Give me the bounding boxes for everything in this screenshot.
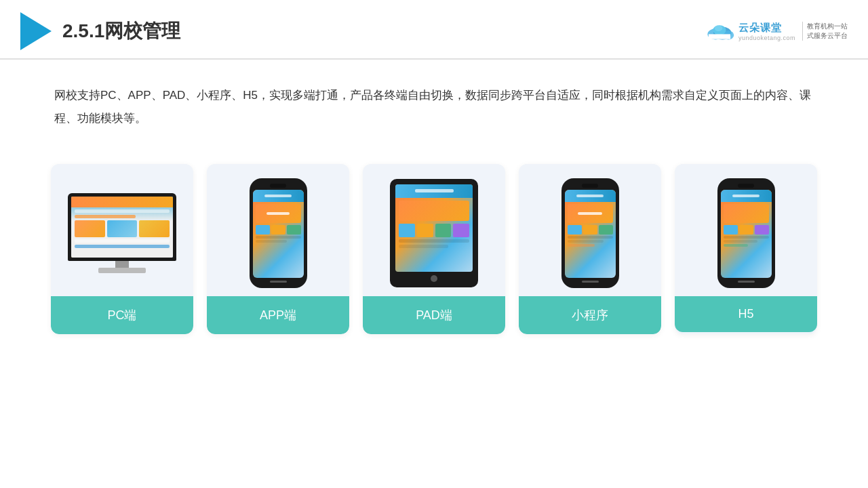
phone-home-bar-h5 bbox=[738, 281, 755, 283]
phone-notch-mini bbox=[582, 184, 598, 188]
svg-rect-4 bbox=[709, 34, 730, 39]
cloud-icon bbox=[705, 21, 734, 41]
header-left: 2.5.1网校管理 bbox=[20, 12, 180, 50]
tablet-mockup bbox=[390, 179, 478, 287]
card-app: APP端 bbox=[207, 164, 349, 334]
cards-container: PC端 bbox=[0, 144, 868, 354]
card-pc-image bbox=[51, 164, 193, 296]
header: 2.5.1网校管理 云朵课堂 yunduoketang.com 教育机构一站 式… bbox=[0, 0, 868, 60]
card-h5: H5 bbox=[675, 164, 817, 334]
tablet-home-btn bbox=[431, 275, 437, 282]
phone-mockup-miniprogram bbox=[561, 178, 619, 288]
tablet-screen bbox=[395, 184, 473, 272]
card-miniprogram-image bbox=[519, 164, 661, 296]
card-miniprogram: 小程序 bbox=[519, 164, 661, 334]
card-pc: PC端 bbox=[51, 164, 193, 334]
header-right: 云朵课堂 yunduoketang.com 教育机构一站 式服务云平台 bbox=[705, 21, 848, 41]
phone-mockup-h5 bbox=[717, 178, 775, 288]
card-pc-label: PC端 bbox=[51, 296, 193, 334]
detail-bar bbox=[75, 245, 170, 248]
description-text: 网校支持PC、APP、PAD、小程序、H5，实现多端打通，产品各终端自由切换，数… bbox=[54, 84, 814, 130]
phone-notch-h5 bbox=[738, 184, 754, 188]
phone-home-bar bbox=[270, 281, 287, 283]
svg-point-5 bbox=[715, 25, 723, 31]
card-pad: PAD端 bbox=[363, 164, 505, 334]
pc-mockup bbox=[68, 193, 176, 273]
brand-url: yunduoketang.com bbox=[738, 35, 795, 41]
phone-screen-mini bbox=[565, 190, 616, 278]
brand-slogan: 教育机构一站 式服务云平台 bbox=[802, 22, 848, 41]
phone-home-bar-mini bbox=[582, 281, 599, 283]
card-h5-image bbox=[675, 164, 817, 296]
card-miniprogram-label: 小程序 bbox=[519, 296, 661, 334]
description: 网校支持PC、APP、PAD、小程序、H5，实现多端打通，产品各终端自由切换，数… bbox=[0, 60, 868, 137]
phone-mockup-app bbox=[250, 178, 307, 288]
brand-name: 云朵课堂 bbox=[738, 22, 795, 35]
card-app-image bbox=[207, 164, 349, 296]
brand-text: 云朵课堂 yunduoketang.com bbox=[738, 22, 795, 41]
phone-screen-app bbox=[253, 190, 304, 278]
page-title: 2.5.1网校管理 bbox=[62, 18, 180, 44]
card-pad-image bbox=[363, 164, 505, 296]
pc-screen-content bbox=[71, 197, 173, 258]
detail-bar bbox=[75, 215, 136, 218]
phone-screen-h5 bbox=[721, 190, 772, 278]
logo-triangle-icon bbox=[20, 12, 52, 50]
pc-neck bbox=[115, 261, 129, 268]
detail-bar bbox=[75, 209, 170, 213]
phone-notch bbox=[270, 184, 286, 188]
pc-screen-inner bbox=[71, 197, 173, 258]
card-pad-label: PAD端 bbox=[363, 296, 505, 334]
card-app-label: APP端 bbox=[207, 296, 349, 334]
pc-base bbox=[98, 268, 146, 273]
pc-screen-outer bbox=[68, 193, 176, 261]
detail-bar bbox=[75, 239, 170, 243]
card-h5-label: H5 bbox=[675, 296, 817, 332]
brand-logo: 云朵课堂 yunduoketang.com 教育机构一站 式服务云平台 bbox=[705, 21, 848, 41]
